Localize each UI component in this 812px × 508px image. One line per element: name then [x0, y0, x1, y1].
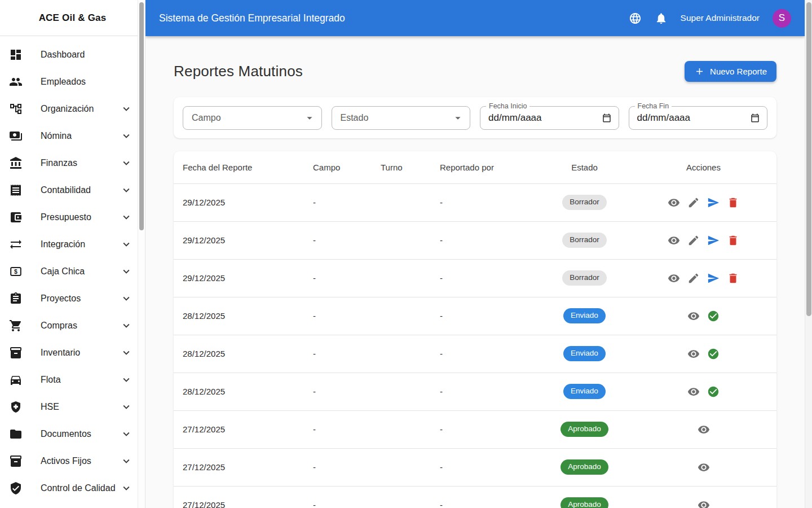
main-area: Sistema de Gestión Empresarial Integrado… [145, 0, 805, 508]
cell-fecha: 28/12/2025 [174, 373, 304, 410]
cell-reportado-por: - [431, 183, 539, 221]
caret-down-icon [303, 112, 316, 124]
sidebar-item-label: HSE [41, 400, 118, 413]
view-icon[interactable] [668, 234, 680, 247]
svg-text:$: $ [14, 268, 17, 275]
send-icon[interactable] [707, 196, 720, 209]
edit-icon[interactable] [687, 272, 700, 284]
car-icon [9, 373, 23, 387]
sidebar-item-flota[interactable]: Flota [0, 366, 145, 393]
table-row: 27/12/2025--Aprobado [174, 410, 776, 448]
page-scrollbar-thumb[interactable] [806, 2, 811, 316]
estado-select[interactable]: Estado [332, 106, 471, 130]
cell-estado: Aprobado [539, 410, 630, 448]
people-icon [9, 75, 23, 89]
sidebar-item-dashboard[interactable]: Dashboard [0, 41, 145, 68]
sidebar-item-control-de-calidad[interactable]: Control de Calidad [0, 475, 145, 502]
send-icon[interactable] [707, 234, 720, 247]
col-header-fecha: Fecha del Reporte [174, 151, 304, 183]
view-icon[interactable] [668, 272, 680, 284]
clipboard-icon [9, 292, 23, 305]
sidebar-item-organizacion[interactable]: Organización [0, 95, 145, 122]
sidebar-item-empleados[interactable]: Empleados [0, 68, 145, 95]
sidebar-scrollbar[interactable] [138, 0, 145, 508]
col-header-acciones: Acciones [630, 151, 776, 183]
cell-fecha: 29/12/2025 [174, 259, 304, 297]
sidebar-item-finanzas[interactable]: Finanzas [0, 150, 145, 177]
appbar: Sistema de Gestión Empresarial Integrado… [145, 0, 805, 36]
table-row: 27/12/2025--Aprobado [174, 486, 776, 508]
inventory-icon [9, 346, 23, 360]
sidebar-item-label: Integración [41, 238, 118, 251]
fecha-inicio-label: Fecha Inicio [486, 102, 529, 110]
avatar[interactable]: S [773, 9, 791, 28]
fecha-fin-input[interactable]: Fecha Fin dd/mm/aaaa [629, 106, 768, 130]
plus-icon [694, 66, 705, 77]
delete-icon[interactable] [727, 234, 739, 247]
sidebar-item-integracion[interactable]: Integración [0, 231, 145, 258]
view-icon[interactable] [687, 348, 700, 360]
approve-icon[interactable] [707, 386, 720, 398]
sidebar-item-documentos[interactable]: Documentos [0, 421, 145, 448]
page-scrollbar[interactable] [805, 0, 812, 508]
edit-icon[interactable] [687, 234, 700, 247]
edit-icon[interactable] [687, 196, 700, 209]
view-icon[interactable] [698, 499, 710, 508]
cell-estado: Enviado [539, 297, 630, 335]
send-icon[interactable] [707, 272, 720, 284]
sidebar-item-presupuesto[interactable]: Presupuesto [0, 204, 145, 231]
calendar-icon[interactable] [750, 113, 760, 123]
sidebar-item-label: Nómina [41, 129, 118, 142]
filter-bar: Campo Estado Fecha Inicio dd/mm/aaaa Fec… [174, 97, 776, 138]
approve-icon[interactable] [707, 310, 720, 322]
sidebar-scrollbar-thumb[interactable] [139, 2, 144, 230]
fecha-inicio-input[interactable]: Fecha Inicio dd/mm/aaaa [480, 106, 619, 130]
sidebar-item-label: Dashboard [41, 48, 136, 61]
approve-icon[interactable] [707, 348, 720, 360]
sidebar-item-label: Finanzas [41, 156, 118, 169]
delete-icon[interactable] [727, 196, 739, 209]
sidebar-item-proyectos[interactable]: Proyectos [0, 285, 145, 312]
sidebar-item-compras[interactable]: Compras [0, 312, 145, 339]
reports-table-card: Fecha del Reporte Campo Turno Reportado … [174, 151, 776, 508]
cell-campo: - [304, 486, 372, 508]
view-icon[interactable] [668, 196, 680, 209]
cash-box-icon: $ [9, 265, 23, 278]
sidebar-item-label: Flota [41, 373, 118, 386]
view-icon[interactable] [698, 461, 710, 474]
table-row: 28/12/2025--Enviado [174, 297, 776, 335]
calendar-icon[interactable] [602, 113, 612, 123]
globe-icon[interactable] [629, 12, 642, 25]
cell-estado: Borrador [539, 183, 630, 221]
delete-icon[interactable] [727, 272, 739, 284]
view-icon[interactable] [698, 423, 710, 436]
view-icon[interactable] [687, 310, 700, 322]
sidebar-item-inventario[interactable]: Inventario [0, 339, 145, 366]
status-badge: Enviado [563, 308, 606, 323]
cell-reportado-por: - [431, 335, 539, 373]
view-icon[interactable] [687, 386, 700, 398]
cell-acciones [630, 410, 776, 448]
sidebar-item-caja-chica[interactable]: $Caja Chica [0, 258, 145, 285]
chevron-down-icon [120, 319, 133, 332]
page-header: Reportes Matutinos Nuevo Reporte [174, 36, 776, 82]
sidebar-item-hse[interactable]: HSE [0, 393, 145, 421]
cell-campo: - [304, 335, 372, 373]
cell-reportado-por: - [431, 297, 539, 335]
new-report-button[interactable]: Nuevo Reporte [685, 61, 776, 82]
cell-fecha: 29/12/2025 [174, 221, 304, 259]
sidebar-item-activos-fijos[interactable]: Activos Fijos [0, 448, 145, 475]
appbar-right: Super Administrador S [629, 9, 791, 28]
sidebar-item-nomina[interactable]: Nómina [0, 122, 145, 150]
campo-select[interactable]: Campo [183, 106, 322, 130]
table-header-row: Fecha del Reporte Campo Turno Reportado … [174, 151, 776, 183]
notifications-bell-icon[interactable] [655, 12, 668, 25]
sidebar-item-label: Caja Chica [41, 265, 118, 278]
cell-fecha: 27/12/2025 [174, 448, 304, 486]
cell-turno [372, 259, 431, 297]
sidebar-item-contabilidad[interactable]: Contabilidad [0, 177, 145, 204]
cell-turno [372, 221, 431, 259]
payments-icon [9, 129, 23, 143]
org-tree-icon [9, 102, 23, 116]
status-badge: Enviado [563, 384, 606, 398]
